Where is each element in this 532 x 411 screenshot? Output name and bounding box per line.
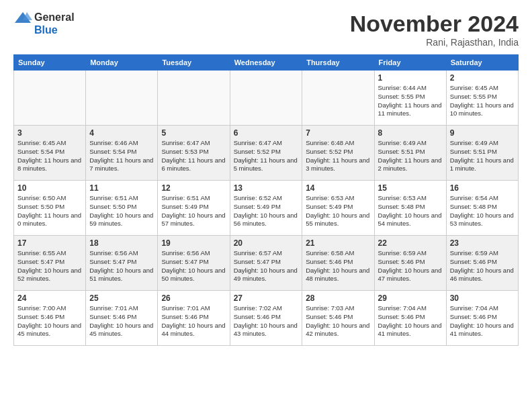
calendar-cell: 13Sunrise: 6:52 AM Sunset: 5:49 PM Dayli… bbox=[230, 181, 302, 236]
calendar-cell: 12Sunrise: 6:51 AM Sunset: 5:49 PM Dayli… bbox=[158, 181, 230, 236]
calendar-cell: 28Sunrise: 7:03 AM Sunset: 5:46 PM Dayli… bbox=[302, 291, 374, 346]
day-number: 11 bbox=[89, 183, 154, 193]
day-info: Sunrise: 6:47 AM Sunset: 5:52 PM Dayligh… bbox=[234, 139, 299, 173]
day-number: 21 bbox=[306, 238, 370, 248]
day-number: 28 bbox=[306, 293, 370, 303]
day-number: 30 bbox=[450, 293, 515, 303]
header-cell-wednesday: Wednesday bbox=[230, 55, 302, 71]
calendar-cell: 15Sunrise: 6:53 AM Sunset: 5:48 PM Dayli… bbox=[374, 181, 446, 236]
calendar-cell: 27Sunrise: 7:02 AM Sunset: 5:46 PM Dayli… bbox=[230, 291, 302, 346]
day-number: 16 bbox=[450, 183, 515, 193]
calendar-cell: 23Sunrise: 6:59 AM Sunset: 5:46 PM Dayli… bbox=[446, 236, 518, 291]
day-number: 3 bbox=[17, 128, 82, 138]
day-number: 24 bbox=[17, 293, 82, 303]
header-cell-tuesday: Tuesday bbox=[158, 55, 230, 71]
day-info: Sunrise: 6:44 AM Sunset: 5:55 PM Dayligh… bbox=[378, 84, 443, 118]
day-number: 17 bbox=[17, 238, 82, 248]
day-info: Sunrise: 6:56 AM Sunset: 5:47 PM Dayligh… bbox=[161, 249, 226, 283]
calendar-cell: 5Sunrise: 6:47 AM Sunset: 5:53 PM Daylig… bbox=[158, 126, 230, 181]
header-cell-saturday: Saturday bbox=[446, 55, 518, 71]
day-number: 6 bbox=[234, 128, 299, 138]
calendar-cell bbox=[230, 71, 302, 126]
day-info: Sunrise: 6:53 AM Sunset: 5:49 PM Dayligh… bbox=[306, 194, 370, 228]
calendar-cell: 8Sunrise: 6:49 AM Sunset: 5:51 PM Daylig… bbox=[374, 126, 446, 181]
day-info: Sunrise: 7:00 AM Sunset: 5:46 PM Dayligh… bbox=[17, 304, 82, 338]
day-info: Sunrise: 6:55 AM Sunset: 5:47 PM Dayligh… bbox=[17, 249, 82, 283]
calendar: SundayMondayTuesdayWednesdayThursdayFrid… bbox=[13, 54, 519, 346]
day-info: Sunrise: 6:49 AM Sunset: 5:51 PM Dayligh… bbox=[450, 139, 515, 173]
calendar-cell: 6Sunrise: 6:47 AM Sunset: 5:52 PM Daylig… bbox=[230, 126, 302, 181]
header-cell-sunday: Sunday bbox=[14, 55, 86, 71]
calendar-cell: 26Sunrise: 7:01 AM Sunset: 5:46 PM Dayli… bbox=[158, 291, 230, 346]
day-info: Sunrise: 7:04 AM Sunset: 5:46 PM Dayligh… bbox=[378, 304, 443, 338]
calendar-cell: 10Sunrise: 6:50 AM Sunset: 5:50 PM Dayli… bbox=[14, 181, 86, 236]
week-row-2: 3Sunrise: 6:45 AM Sunset: 5:54 PM Daylig… bbox=[14, 126, 519, 181]
calendar-cell: 17Sunrise: 6:55 AM Sunset: 5:47 PM Dayli… bbox=[14, 236, 86, 291]
page: General Blue November 2024 Rani, Rajasth… bbox=[0, 0, 532, 353]
calendar-cell: 9Sunrise: 6:49 AM Sunset: 5:51 PM Daylig… bbox=[446, 126, 518, 181]
day-number: 22 bbox=[378, 238, 443, 248]
calendar-cell: 19Sunrise: 6:56 AM Sunset: 5:47 PM Dayli… bbox=[158, 236, 230, 291]
day-info: Sunrise: 6:58 AM Sunset: 5:46 PM Dayligh… bbox=[306, 249, 370, 283]
day-info: Sunrise: 7:02 AM Sunset: 5:46 PM Dayligh… bbox=[234, 304, 299, 338]
week-row-1: 1Sunrise: 6:44 AM Sunset: 5:55 PM Daylig… bbox=[14, 71, 519, 126]
calendar-cell bbox=[86, 71, 158, 126]
week-row-4: 17Sunrise: 6:55 AM Sunset: 5:47 PM Dayli… bbox=[14, 236, 519, 291]
day-info: Sunrise: 6:47 AM Sunset: 5:53 PM Dayligh… bbox=[161, 139, 226, 173]
day-info: Sunrise: 7:04 AM Sunset: 5:46 PM Dayligh… bbox=[450, 304, 515, 338]
day-number: 19 bbox=[161, 238, 226, 248]
calendar-cell bbox=[302, 71, 374, 126]
location: Rani, Rajasthan, India bbox=[350, 37, 519, 48]
calendar-cell: 24Sunrise: 7:00 AM Sunset: 5:46 PM Dayli… bbox=[14, 291, 86, 346]
calendar-cell: 30Sunrise: 7:04 AM Sunset: 5:46 PM Dayli… bbox=[446, 291, 518, 346]
day-info: Sunrise: 6:46 AM Sunset: 5:54 PM Dayligh… bbox=[89, 139, 154, 173]
week-row-5: 24Sunrise: 7:00 AM Sunset: 5:46 PM Dayli… bbox=[14, 291, 519, 346]
day-info: Sunrise: 6:51 AM Sunset: 5:49 PM Dayligh… bbox=[161, 194, 226, 228]
calendar-cell: 22Sunrise: 6:59 AM Sunset: 5:46 PM Dayli… bbox=[374, 236, 446, 291]
day-number: 29 bbox=[378, 293, 443, 303]
day-number: 15 bbox=[378, 183, 443, 193]
calendar-cell: 2Sunrise: 6:45 AM Sunset: 5:55 PM Daylig… bbox=[446, 71, 518, 126]
day-info: Sunrise: 6:51 AM Sunset: 5:50 PM Dayligh… bbox=[89, 194, 154, 228]
header-row: SundayMondayTuesdayWednesdayThursdayFrid… bbox=[14, 55, 519, 71]
day-number: 8 bbox=[378, 128, 443, 138]
calendar-cell: 20Sunrise: 6:57 AM Sunset: 5:47 PM Dayli… bbox=[230, 236, 302, 291]
header-cell-friday: Friday bbox=[374, 55, 446, 71]
calendar-cell bbox=[158, 71, 230, 126]
calendar-cell: 3Sunrise: 6:45 AM Sunset: 5:54 PM Daylig… bbox=[14, 126, 86, 181]
day-info: Sunrise: 6:56 AM Sunset: 5:47 PM Dayligh… bbox=[89, 249, 154, 283]
calendar-cell: 25Sunrise: 7:01 AM Sunset: 5:46 PM Dayli… bbox=[86, 291, 158, 346]
header-cell-thursday: Thursday bbox=[302, 55, 374, 71]
day-number: 25 bbox=[89, 293, 154, 303]
calendar-cell: 7Sunrise: 6:48 AM Sunset: 5:52 PM Daylig… bbox=[302, 126, 374, 181]
calendar-cell: 11Sunrise: 6:51 AM Sunset: 5:50 PM Dayli… bbox=[86, 181, 158, 236]
calendar-cell: 14Sunrise: 6:53 AM Sunset: 5:49 PM Dayli… bbox=[302, 181, 374, 236]
day-number: 1 bbox=[378, 73, 443, 83]
day-number: 26 bbox=[161, 293, 226, 303]
day-info: Sunrise: 7:03 AM Sunset: 5:46 PM Dayligh… bbox=[306, 304, 370, 338]
day-info: Sunrise: 6:59 AM Sunset: 5:46 PM Dayligh… bbox=[450, 249, 515, 283]
day-info: Sunrise: 7:01 AM Sunset: 5:46 PM Dayligh… bbox=[89, 304, 154, 338]
day-number: 23 bbox=[450, 238, 515, 248]
day-number: 5 bbox=[161, 128, 226, 138]
calendar-cell: 18Sunrise: 6:56 AM Sunset: 5:47 PM Dayli… bbox=[86, 236, 158, 291]
day-info: Sunrise: 6:50 AM Sunset: 5:50 PM Dayligh… bbox=[17, 194, 82, 228]
day-info: Sunrise: 6:54 AM Sunset: 5:48 PM Dayligh… bbox=[450, 194, 515, 228]
day-info: Sunrise: 6:45 AM Sunset: 5:55 PM Dayligh… bbox=[450, 84, 515, 118]
day-info: Sunrise: 6:52 AM Sunset: 5:49 PM Dayligh… bbox=[234, 194, 299, 228]
day-info: Sunrise: 6:57 AM Sunset: 5:47 PM Dayligh… bbox=[234, 249, 299, 283]
day-number: 27 bbox=[234, 293, 299, 303]
logo: General Blue bbox=[13, 11, 75, 36]
day-info: Sunrise: 6:53 AM Sunset: 5:48 PM Dayligh… bbox=[378, 194, 443, 228]
day-number: 7 bbox=[306, 128, 370, 138]
day-number: 12 bbox=[161, 183, 226, 193]
day-info: Sunrise: 7:01 AM Sunset: 5:46 PM Dayligh… bbox=[161, 304, 226, 338]
month-title: November 2024 bbox=[350, 11, 519, 37]
calendar-cell bbox=[14, 71, 86, 126]
day-info: Sunrise: 6:49 AM Sunset: 5:51 PM Dayligh… bbox=[378, 139, 443, 173]
week-row-3: 10Sunrise: 6:50 AM Sunset: 5:50 PM Dayli… bbox=[14, 181, 519, 236]
day-number: 14 bbox=[306, 183, 370, 193]
day-info: Sunrise: 6:48 AM Sunset: 5:52 PM Dayligh… bbox=[306, 139, 370, 173]
day-info: Sunrise: 6:59 AM Sunset: 5:46 PM Dayligh… bbox=[378, 249, 443, 283]
day-number: 2 bbox=[450, 73, 515, 83]
